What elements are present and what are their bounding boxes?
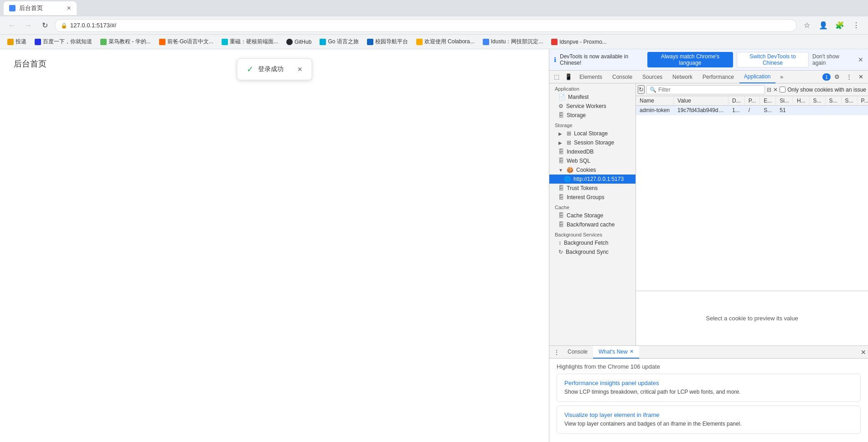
sidebar-item-storage[interactable]: 🗄 Storage — [549, 111, 636, 120]
bookmark-label: 校园导航平台 — [375, 38, 408, 46]
infobar-secondary-btn[interactable]: Switch DevTools to Chinese — [737, 52, 809, 67]
menu-btn[interactable]: ⋮ — [850, 19, 863, 32]
col-size[interactable]: Si... — [776, 96, 793, 106]
bookmark-zhongci[interactable]: 重磁：硬核前端面... — [218, 37, 282, 46]
sidebar-item-trust-tokens[interactable]: 🗄 Trust Tokens — [549, 184, 636, 193]
tab-performance[interactable]: Performance — [698, 71, 739, 83]
tab-elements[interactable]: Elements — [575, 71, 607, 83]
sidebar-item-label: Background Fetch — [564, 240, 608, 246]
filter-bar: ↻ 🔍 ⊟ ✕ Only show cookies with an issue — [636, 83, 868, 96]
bookmark-baidu[interactable]: 百度一下，你就知道 — [31, 37, 96, 46]
devtools-close-btn[interactable]: ✕ — [855, 72, 866, 82]
bottom-content: Highlights from the Chrome 106 update Pe… — [549, 359, 868, 442]
sidebar-item-bg-sync[interactable]: ↻ Background Sync — [549, 247, 636, 257]
issues-badge[interactable]: 1 — [822, 73, 831, 81]
bottom-panel-close-btn[interactable]: ✕ — [861, 349, 866, 356]
cookie-row[interactable]: admin-token 19c7fd43ab949d659b... 1... /… — [636, 106, 868, 115]
bookmark-runoob[interactable]: 菜鸟教程 - 学的... — [97, 37, 155, 46]
tab-network[interactable]: Network — [668, 71, 697, 83]
infobar-text: DevTools is now available in Chinese! — [560, 53, 644, 66]
bookmark-campus[interactable]: 校园导航平台 — [363, 37, 412, 46]
settings-btn[interactable]: ⚙ — [832, 72, 842, 82]
col-httponly[interactable]: H... — [793, 96, 809, 106]
filter-checkbox-text: Only show cookies with an issue — [787, 87, 866, 93]
update-card-title-2[interactable]: Visualize top layer element in iframe — [564, 411, 853, 418]
sidebar-header-bg-services: Background Services — [549, 229, 636, 238]
bottom-tab-whats-new[interactable]: What's New ✕ — [593, 346, 639, 359]
bottom-tab-console[interactable]: Console — [562, 346, 593, 359]
devtools-device-btn[interactable]: 📱 — [563, 72, 574, 82]
infobar-close-btn[interactable]: ✕ — [858, 56, 863, 63]
devtools-more-btn[interactable]: ⋮ — [843, 72, 854, 82]
refresh-btn[interactable]: ↻ — [638, 85, 645, 94]
tab-label: 后台首页 — [19, 4, 43, 12]
reload-btn[interactable]: ↻ — [38, 19, 51, 32]
bookmark-colab[interactable]: 欢迎使用 Colabora... — [413, 37, 478, 46]
sidebar-item-label: Storage — [567, 112, 586, 118]
sidebar-item-indexeddb[interactable]: 🗄 IndexedDB — [549, 147, 636, 156]
filter-checkbox-label[interactable]: Only show cookies with an issue — [780, 87, 866, 93]
tab-application[interactable]: Application — [739, 71, 775, 83]
sidebar-item-service-workers[interactable]: ⚙ Service Workers — [549, 102, 636, 111]
bookmark-favicon — [100, 39, 107, 45]
bookmark-proxmox[interactable]: ldsnpve - Proxmo... — [548, 38, 610, 46]
sidebar-item-bg-fetch[interactable]: ↕ Background Fetch — [549, 238, 636, 247]
profile-btn[interactable]: 👤 — [817, 19, 830, 32]
cookie-table: Name Value D... P... E... Si... H... S..… — [636, 96, 868, 291]
sidebar-item-back-forward-cache[interactable]: 🗄 Back/forward cache — [549, 220, 636, 229]
col-domain[interactable]: D... — [728, 96, 745, 106]
infobar-dismiss-btn[interactable]: Don't show again — [812, 53, 851, 66]
sidebar-header-storage: Storage — [549, 120, 636, 129]
bookmark-toupeng[interactable]: 投递 — [4, 37, 30, 46]
update-card-2: Visualize top layer element in iframe Vi… — [557, 406, 861, 434]
star-btn[interactable]: ☆ — [801, 19, 813, 32]
cookie-samesite — [825, 106, 841, 115]
filter-options-btn[interactable]: ⊟ — [767, 87, 771, 93]
col-path[interactable]: P... — [744, 96, 760, 106]
col-samesite2[interactable]: S... — [841, 96, 857, 106]
col-value[interactable]: Value — [674, 96, 728, 106]
col-expires[interactable]: E... — [760, 96, 776, 106]
bookmark-github[interactable]: GitHub — [283, 38, 315, 46]
whats-new-close-btn[interactable]: ✕ — [630, 349, 634, 355]
filter-input[interactable] — [658, 87, 762, 93]
page-content: 后台首页 ✓ 登录成功 ✕ — [0, 49, 549, 442]
extensions-btn[interactable]: 🧩 — [833, 19, 846, 32]
sidebar-item-cookies[interactable]: ▼ 🍪 Cookies — [549, 165, 636, 175]
col-name[interactable]: Name — [636, 96, 674, 106]
toast-close-btn[interactable]: ✕ — [297, 66, 303, 73]
more-tabs-btn[interactable]: » — [776, 72, 787, 82]
sidebar-item-session-storage[interactable]: ▶ ⊞ Session Storage — [549, 138, 636, 147]
filter-actions: ⊟ ✕ — [767, 87, 778, 93]
devtools-inspect-btn[interactable]: ⬚ — [551, 72, 562, 82]
sidebar-item-manifest[interactable]: 📄 Manifest — [549, 93, 636, 102]
col-samesite[interactable]: S... — [825, 96, 841, 106]
sidebar-item-websql[interactable]: 🗄 Web SQL — [549, 156, 636, 165]
tab-console[interactable]: Console — [608, 71, 637, 83]
col-secure[interactable]: S... — [809, 96, 825, 106]
filter-clear-btn[interactable]: ✕ — [773, 87, 778, 93]
sidebar-item-interest-groups[interactable]: 🗄 Interest Groups — [549, 193, 636, 202]
sidebar-item-local-storage[interactable]: ▶ ⊞ Local Storage — [549, 129, 636, 138]
browser-chrome: 后台首页 ✕ ← → ↻ 🔒 127.0.0.1:5173/#/ ☆ 👤 🧩 ⋮… — [0, 0, 868, 49]
bookmark-idustu[interactable]: Idustu：网技部沉定... — [479, 37, 547, 46]
bookmark-qianba[interactable]: 前爸·Go语言中文... — [155, 37, 217, 46]
address-bar[interactable]: 🔒 127.0.0.1:5173/#/ — [55, 19, 797, 32]
sidebar-item-cookie-url[interactable]: 🌐 http://127.0.0.1:5173 — [549, 175, 636, 184]
tab-sources[interactable]: Sources — [638, 71, 667, 83]
col-priority[interactable]: P... — [857, 96, 868, 106]
tab-close-btn[interactable]: ✕ — [67, 5, 71, 11]
sidebar-item-label: Cookies — [576, 167, 596, 173]
bottom-more-btn[interactable]: ⋮ — [551, 347, 562, 358]
browser-tab-active[interactable]: 后台首页 ✕ — [4, 1, 77, 15]
update-card-title-1[interactable]: Performance insights panel updates — [564, 380, 853, 386]
sidebar-item-cache-storage[interactable]: 🗄 Cache Storage — [549, 211, 636, 220]
infobar-primary-btn[interactable]: Always match Chrome's language — [647, 52, 733, 67]
toast-success-icon: ✓ — [247, 64, 253, 74]
filter-checkbox[interactable] — [780, 87, 785, 93]
back-forward-cache-icon: 🗄 — [558, 221, 564, 228]
back-btn[interactable]: ← — [5, 19, 18, 32]
sidebar-item-label: Manifest — [568, 94, 589, 100]
forward-btn[interactable]: → — [22, 19, 35, 32]
bookmark-go[interactable]: Go 语言之旅 — [316, 37, 362, 46]
